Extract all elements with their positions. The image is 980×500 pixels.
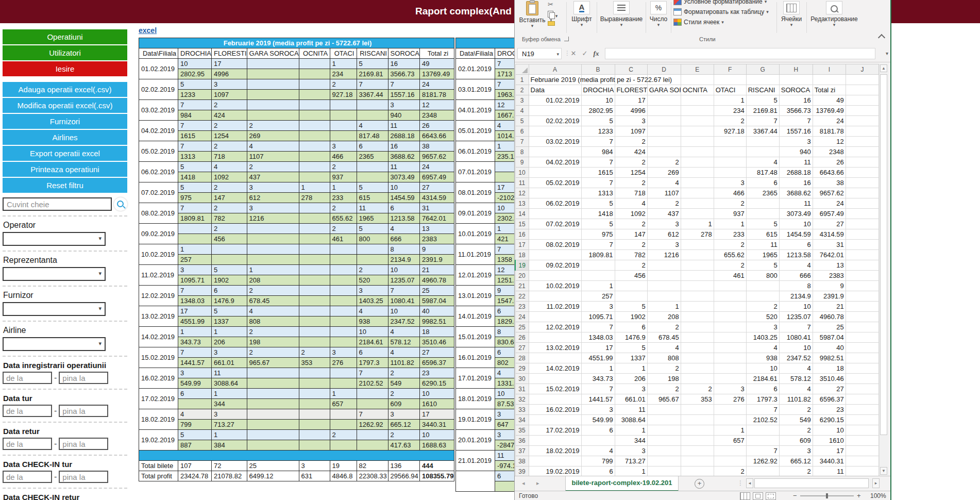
cell-I21[interactable]: 9	[813, 281, 846, 291]
cell-A27[interactable]: 13.02.2019	[529, 343, 581, 353]
cell-D5[interactable]	[647, 116, 681, 126]
cell-G20[interactable]: 800	[746, 271, 779, 281]
cell-F35[interactable]: 1	[714, 425, 746, 436]
cell-H30[interactable]: 578.12	[779, 374, 813, 384]
cell-C31[interactable]: 3	[615, 384, 647, 394]
page-layout-view-icon[interactable]	[753, 492, 763, 500]
column-header-g[interactable]: G	[746, 64, 779, 75]
zoom-slider-handle[interactable]	[826, 493, 828, 498]
row-header-5[interactable]: 5	[515, 116, 529, 126]
name-box-arrow[interactable]: ▾	[556, 52, 559, 56]
cell-I35[interactable]: 10	[813, 425, 846, 436]
cell-J26[interactable]	[846, 332, 878, 343]
cell-I10[interactable]: 6643.66	[813, 168, 846, 178]
cell-F32[interactable]: 276	[714, 394, 746, 405]
cell-F26[interactable]	[714, 332, 746, 343]
cell-G27[interactable]: 4	[746, 343, 779, 353]
column-header-c[interactable]: C	[615, 64, 647, 75]
font-icon[interactable]: А	[573, 1, 590, 14]
cell-G10[interactable]: 817.48	[746, 168, 779, 178]
cell-C24[interactable]: 1902	[615, 312, 647, 322]
cell-I15[interactable]: 27	[813, 219, 846, 229]
cell-J7[interactable]	[846, 137, 878, 147]
cell-D8[interactable]	[647, 147, 681, 157]
row-header-22[interactable]: 22	[515, 291, 529, 302]
cell-F9[interactable]	[714, 157, 746, 168]
format-painter-icon[interactable]	[548, 19, 565, 28]
cell-J39[interactable]	[846, 466, 878, 476]
page-break-view-icon[interactable]	[766, 492, 776, 500]
cell-E26[interactable]	[681, 332, 714, 343]
row-header-28[interactable]: 28	[515, 353, 529, 363]
cell-C11[interactable]: 2	[615, 178, 647, 188]
cell-E10[interactable]	[681, 168, 714, 178]
cell-D7[interactable]	[647, 137, 681, 147]
cell-G3[interactable]: 5	[746, 95, 779, 106]
cell-B21[interactable]: 1	[581, 281, 615, 291]
sidebar-button-printeaza-operatiuni[interactable]: Printeaza operatiuni	[3, 162, 127, 177]
search-input[interactable]	[3, 197, 112, 211]
cell-J31[interactable]	[846, 384, 878, 394]
cell-F11[interactable]: 3	[714, 178, 746, 188]
cell-D39[interactable]	[647, 466, 681, 476]
cell-A22[interactable]	[529, 291, 581, 302]
cell-B26[interactable]: 1348.03	[581, 332, 615, 343]
cell-B6[interactable]: 1233	[581, 126, 615, 137]
cell-A23[interactable]: 11.02.2019	[529, 302, 581, 312]
row-header-2[interactable]: 2	[515, 85, 529, 95]
expand-formula-bar-icon[interactable]: ▾	[886, 51, 888, 56]
cell-A36[interactable]	[529, 436, 581, 446]
cell-B22[interactable]: 257	[581, 291, 615, 302]
cell-J1[interactable]	[846, 75, 878, 85]
cell-A15[interactable]: 07.02.2019	[529, 219, 581, 229]
cell-G14[interactable]	[746, 209, 779, 219]
zoom-out-icon[interactable]: −	[793, 492, 797, 499]
cell-G37[interactable]: 7	[746, 446, 779, 456]
cell-F18[interactable]: 655.62	[714, 250, 746, 260]
cell-B23[interactable]: 3	[581, 302, 615, 312]
cell-F13[interactable]: 2	[714, 198, 746, 209]
cell-H24[interactable]: 1235.07	[779, 312, 813, 322]
cell-E25[interactable]	[681, 322, 714, 332]
cell-H26[interactable]: 1080.41	[779, 332, 813, 343]
add-sheet-button[interactable]: +	[695, 479, 704, 489]
row-header-12[interactable]: 12	[515, 188, 529, 198]
cell-H18[interactable]: 1213.58	[779, 250, 813, 260]
row-header-36[interactable]: 36	[515, 436, 529, 446]
cell-F29[interactable]	[714, 363, 746, 374]
cell-A12[interactable]	[529, 188, 581, 198]
font-dropdown-arrow[interactable]: ▾	[568, 23, 595, 27]
cell-E21[interactable]	[681, 281, 714, 291]
vertical-scroll-thumb[interactable]	[880, 74, 887, 435]
row-header-1[interactable]: 1	[515, 75, 529, 85]
cell-C8[interactable]: 424	[615, 147, 647, 157]
cell-D33[interactable]	[647, 405, 681, 415]
cell-F7[interactable]	[714, 137, 746, 147]
cell-I1[interactable]	[813, 75, 846, 85]
cell-I5[interactable]: 24	[813, 116, 846, 126]
cell-E6[interactable]	[681, 126, 714, 137]
cell-G9[interactable]: 4	[746, 157, 779, 168]
cell-J9[interactable]	[846, 157, 878, 168]
row-header-37[interactable]: 37	[515, 446, 529, 456]
paste-button[interactable]: Вставить ▾	[519, 0, 546, 28]
cell-F37[interactable]	[714, 446, 746, 456]
cell-I28[interactable]: 9982.51	[813, 353, 846, 363]
airline-select[interactable]: ▾	[3, 337, 106, 351]
cell-C22[interactable]	[615, 291, 647, 302]
cell-C2[interactable]: FLORESTI	[615, 85, 647, 95]
cell-F4[interactable]: 234	[714, 106, 746, 116]
operator-select[interactable]: ▾	[3, 232, 106, 246]
scroll-down-icon[interactable]: ▼	[880, 467, 887, 475]
cell-H34[interactable]: 549	[779, 415, 813, 425]
cell-H27[interactable]: 10	[779, 343, 813, 353]
cell-H2[interactable]: SOROCA	[779, 85, 813, 95]
cell-D4[interactable]	[647, 106, 681, 116]
cell-I22[interactable]: 2391.9	[813, 291, 846, 302]
cell-J33[interactable]	[846, 405, 878, 415]
cell-F19[interactable]: 2	[714, 260, 746, 271]
format-as-table-button[interactable]: Форматировать как таблицу ▾	[673, 8, 769, 15]
cell-J14[interactable]	[846, 209, 878, 219]
cell-G19[interactable]: 5	[746, 260, 779, 271]
cell-I23[interactable]: 21	[813, 302, 846, 312]
